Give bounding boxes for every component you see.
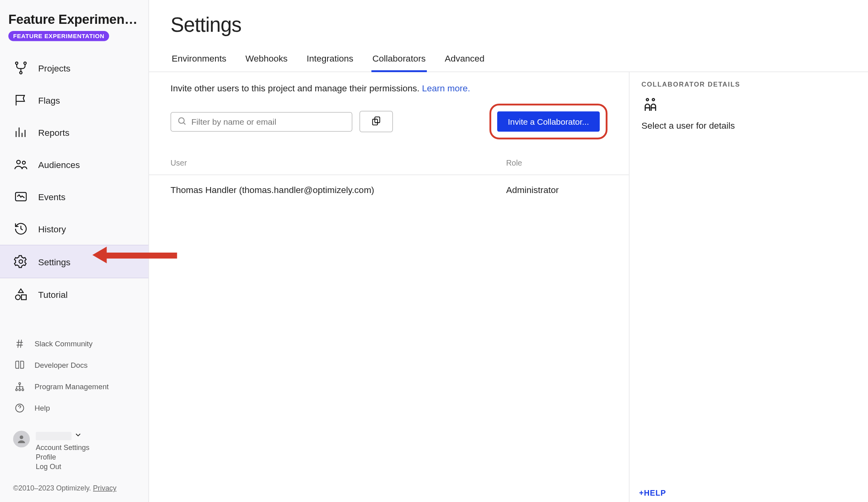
profile-link[interactable]: Profile [36,453,89,461]
branches-icon [13,60,29,76]
flag-icon [13,93,29,108]
svg-point-11 [19,389,21,391]
sidebar-link-slack[interactable]: Slack Community [0,333,149,355]
svg-point-14 [20,436,23,439]
detail-panel: COLLABORATOR DETAILS Select a user for d… [630,72,868,502]
sidebar-item-label: Projects [38,63,70,73]
learn-more-link[interactable]: Learn more. [422,83,470,93]
brand-block: Feature Experiment… FEATURE EXPERIMENTAT… [0,8,149,44]
gear-icon [13,254,29,269]
log-out-link[interactable]: Log Out [36,462,89,471]
sidebar-link-label: Program Management [35,382,109,391]
sidebar-item-label: Settings [38,257,70,267]
svg-point-19 [652,98,655,101]
sidebar-item-reports[interactable]: Reports [0,116,149,149]
svg-point-1 [24,62,26,64]
copy-icon [371,115,382,128]
user-name [36,432,72,440]
sitemap-icon [13,380,26,393]
activity-icon [13,189,29,205]
bar-chart-icon [13,125,29,140]
tab-collaborators[interactable]: Collaborators [371,47,427,72]
people-icon [13,157,29,172]
account-settings-link[interactable]: Account Settings [36,443,89,452]
search-input[interactable] [192,117,346,126]
chevron-down-icon [74,431,82,441]
tab-integrations[interactable]: Integrations [305,47,355,72]
sidebar-item-label: Tutorial [38,289,68,299]
table-header: User Role [149,151,629,175]
sidebar-item-audiences[interactable]: Audiences [0,149,149,181]
sidebar-item-flags[interactable]: Flags [0,84,149,116]
sidebar: Feature Experiment… FEATURE EXPERIMENTAT… [0,0,149,502]
secondary-nav: Slack Community Developer Docs Program M… [0,333,149,419]
avatar [13,431,30,448]
sidebar-item-history[interactable]: History [0,213,149,245]
svg-point-15 [179,118,184,123]
sidebar-item-settings[interactable]: Settings [0,245,149,278]
primary-nav: Projects Flags Reports Audiences [0,52,149,311]
history-icon [13,221,29,237]
user-menu-links: Account Settings Profile Log Out [36,443,89,471]
help-widget[interactable]: +HELP [639,488,666,498]
product-badge: FEATURE EXPERIMENTATION [8,31,109,41]
sidebar-item-label: History [38,224,66,234]
sidebar-item-label: Events [38,191,66,202]
sidebar-link-docs[interactable]: Developer Docs [0,355,149,376]
table-row[interactable]: Thomas Handler (thomas.handler@optimizel… [149,175,629,205]
svg-point-7 [15,295,20,300]
cell-user: Thomas Handler (thomas.handler@optimizel… [170,185,506,195]
sidebar-link-label: Help [35,404,50,412]
svg-point-10 [15,389,17,391]
legal-footer: ©2010–2023 Optimizely. Privacy [0,484,149,500]
intro-text: Invite other users to this project and m… [149,72,629,93]
col-role: Role [506,158,608,168]
sidebar-item-events[interactable]: Events [0,181,149,213]
shapes-icon [13,287,29,302]
intro-copy: Invite other users to this project and m… [170,83,422,93]
tab-webhooks[interactable]: Webhooks [244,47,289,72]
svg-point-2 [20,71,22,74]
svg-point-6 [19,260,23,263]
sidebar-item-label: Reports [38,127,70,137]
detail-empty-text: Select a user for details [641,120,735,131]
detail-heading: COLLABORATOR DETAILS [641,81,856,88]
sidebar-link-help[interactable]: Help [0,398,149,419]
sidebar-link-label: Slack Community [35,340,93,348]
svg-rect-8 [21,295,26,300]
help-circle-icon [13,402,26,415]
settings-tabs: Environments Webhooks Integrations Colla… [149,47,868,72]
search-input-wrapper[interactable] [170,112,353,131]
sidebar-item-label: Audiences [38,159,80,170]
svg-point-12 [22,389,24,391]
copyright-text: ©2010–2023 Optimizely. [13,484,93,492]
tab-advanced[interactable]: Advanced [444,47,486,72]
sidebar-link-label: Developer Docs [35,361,87,369]
hash-icon [13,337,26,350]
sidebar-item-label: Flags [38,95,60,105]
invite-collaborator-button[interactable]: Invite a Collaborator... [497,112,600,132]
main-area: Settings Environments Webhooks Integrati… [149,0,868,502]
svg-point-9 [19,382,21,384]
sidebar-item-tutorial[interactable]: Tutorial [0,278,149,311]
svg-point-18 [646,98,649,101]
col-user: User [170,158,506,168]
copy-button[interactable] [360,111,393,132]
page-title: Settings [149,0,868,47]
search-icon [177,116,187,127]
annotation-highlight: Invite a Collaborator... [489,104,607,139]
book-icon [13,359,26,372]
sidebar-link-program[interactable]: Program Management [0,376,149,398]
svg-point-4 [22,161,25,164]
privacy-link[interactable]: Privacy [93,484,116,492]
toolbar: Invite a Collaborator... [149,93,629,151]
user-menu-toggle[interactable] [36,431,89,441]
collaborators-section: Invite other users to this project and m… [149,72,630,502]
cell-role: Administrator [506,185,608,195]
sidebar-item-projects[interactable]: Projects [0,52,149,84]
user-block: Account Settings Profile Log Out [0,431,149,471]
svg-point-3 [17,160,20,164]
svg-point-0 [15,62,18,64]
tab-environments[interactable]: Environments [170,47,228,72]
people-icon [641,96,659,116]
